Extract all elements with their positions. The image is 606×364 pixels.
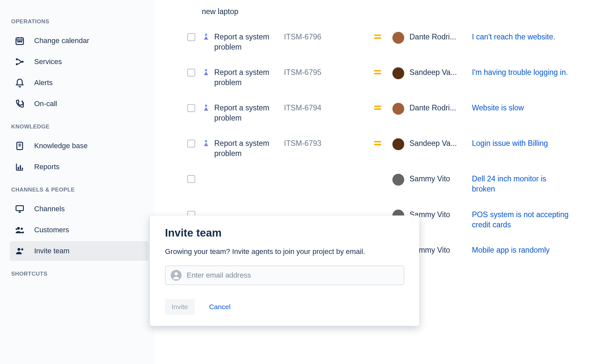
table-row: Report a system problemITSM-6795Sandeep … (181, 61, 606, 96)
row-checkbox[interactable] (187, 140, 195, 148)
cancel-button[interactable]: Cancel (202, 299, 237, 315)
issue-summary-link[interactable]: Login issue with Billing (472, 138, 571, 148)
request-type-icon (202, 139, 210, 148)
sidebar-item-label: Channels (34, 205, 65, 213)
svg-rect-38 (374, 108, 381, 110)
row-checkbox[interactable] (187, 175, 195, 183)
phone-icon (14, 99, 25, 109)
person-icon (170, 269, 182, 281)
request-type: Report a system problem (214, 103, 284, 123)
sidebar-item-customers[interactable]: Customers (10, 220, 149, 240)
request-type-icon (202, 103, 210, 112)
email-input[interactable] (187, 271, 399, 280)
issue-summary-link[interactable]: POS system is not accepting credit cards (472, 210, 571, 230)
issue-key[interactable] (284, 174, 363, 174)
issue-summary-link[interactable]: I'm having trouble logging in. (472, 67, 571, 78)
svg-point-5 (19, 41, 20, 42)
sidebar-item-channels[interactable]: Channels (10, 199, 149, 219)
sidebar-item-label: Reports (34, 163, 59, 171)
svg-point-43 (175, 272, 178, 275)
bell-icon (14, 78, 25, 88)
svg-rect-20 (22, 168, 23, 170)
priority-medium-icon (373, 140, 382, 146)
sidebar-item-label: Change calendar (34, 36, 89, 45)
row-checkbox[interactable] (187, 33, 195, 41)
svg-point-9 (22, 61, 24, 63)
svg-point-27 (17, 248, 20, 251)
request-type: new laptop (202, 7, 284, 17)
sidebar-item-services[interactable]: Services (10, 52, 149, 72)
svg-rect-34 (374, 70, 381, 71)
modal-description: Growing your team? Invite agents to join… (165, 246, 404, 257)
svg-rect-40 (374, 141, 381, 142)
assignee-name: Sammy Vito (409, 174, 472, 183)
services-icon (14, 57, 25, 67)
issue-summary-link[interactable]: I can't reach the website. (472, 32, 571, 42)
sidebar: OPERATIONSChange calendarServicesAlertsO… (0, 0, 154, 364)
avatar (392, 32, 404, 44)
request-type-icon (202, 33, 210, 41)
svg-point-12 (23, 103, 24, 104)
assignee-name: Dante Rodri... (409, 32, 472, 41)
svg-rect-19 (20, 165, 21, 170)
svg-rect-31 (374, 34, 381, 36)
issue-key[interactable] (284, 7, 363, 7)
section-header: OPERATIONS (11, 18, 154, 25)
svg-point-10 (22, 101, 23, 102)
svg-rect-18 (18, 167, 19, 170)
calendar-icon (14, 35, 25, 46)
email-input-wrapper[interactable] (165, 265, 404, 285)
section-header: SHORTCUTS (11, 271, 154, 277)
request-type: Report a system problem (214, 67, 284, 88)
sidebar-item-label: Knowledge base (34, 142, 88, 150)
svg-point-11 (23, 102, 23, 103)
avatar (392, 174, 404, 186)
sidebar-item-label: Services (34, 57, 62, 66)
issue-summary-link[interactable]: Website is slow (472, 103, 571, 113)
section-header: CHANNELS & PEOPLE (11, 187, 154, 193)
svg-point-6 (21, 41, 22, 42)
priority-medium-icon (373, 69, 382, 75)
svg-point-8 (16, 63, 18, 65)
request-type: Report a system problem (214, 138, 284, 159)
sidebar-item-alerts[interactable]: Alerts (10, 73, 149, 93)
issue-summary-link[interactable]: Dell 24 inch monitor is broken (472, 174, 571, 194)
issue-key[interactable]: ITSM-6794 (284, 103, 363, 112)
issue-summary-link[interactable]: Mobile app is randomly (472, 245, 571, 255)
sidebar-item-label: On-call (34, 100, 57, 108)
assignee-name (409, 7, 472, 7)
assignee-name: Dante Rodri... (409, 103, 472, 112)
invite-team-modal: Invite team Growing your team? Invite ag… (150, 216, 419, 326)
svg-point-33 (205, 69, 207, 71)
issue-key[interactable]: ITSM-6793 (284, 138, 363, 148)
svg-rect-37 (374, 105, 381, 107)
person-plus-icon (14, 246, 25, 256)
svg-rect-21 (16, 206, 24, 211)
row-checkbox[interactable] (187, 104, 195, 112)
table-row: Report a system problemITSM-6794Dante Ro… (181, 96, 606, 132)
sidebar-item-knowledge-base[interactable]: Knowledge base (10, 136, 149, 156)
invite-button[interactable]: Invite (165, 299, 195, 315)
svg-point-24 (17, 227, 20, 230)
row-checkbox[interactable] (187, 69, 195, 77)
sidebar-item-reports[interactable]: Reports (10, 157, 149, 177)
sidebar-item-invite-team[interactable]: Invite team (10, 241, 149, 261)
table-row: new laptop (181, 0, 606, 25)
svg-point-4 (18, 41, 19, 42)
assignee-name: Sandeep Va... (409, 67, 472, 77)
svg-point-39 (205, 140, 207, 143)
chart-icon (14, 162, 25, 172)
svg-point-7 (16, 58, 18, 60)
issue-key[interactable]: ITSM-6795 (284, 67, 363, 77)
sidebar-item-change-calendar[interactable]: Change calendar (10, 31, 149, 51)
issue-key[interactable] (284, 210, 363, 210)
priority-medium-icon (373, 105, 382, 111)
modal-title: Invite team (165, 227, 404, 239)
sidebar-item-on-call[interactable]: On-call (10, 94, 149, 114)
section-header: KNOWLEDGE (11, 124, 154, 130)
svg-rect-35 (374, 73, 381, 74)
issue-key[interactable]: ITSM-6796 (284, 32, 363, 41)
svg-point-36 (205, 104, 207, 107)
avatar (392, 103, 404, 115)
table-row: Report a system problemITSM-6793Sandeep … (181, 132, 606, 167)
